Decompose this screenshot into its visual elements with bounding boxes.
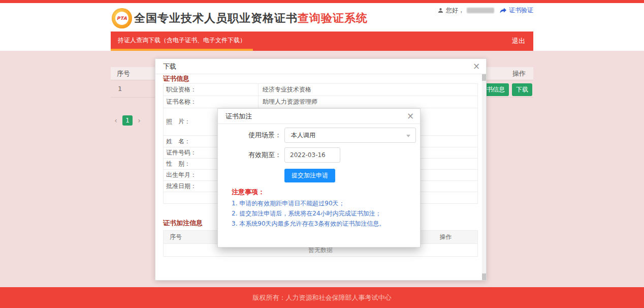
close-icon[interactable]: × xyxy=(405,110,416,121)
col-header-action: 操作 xyxy=(506,69,532,78)
logout-link[interactable]: 退出 xyxy=(512,32,525,51)
annotation-modal: 证书加注 × 使用场景： 本人调用 有效期至： 提交加注申请 注意事项： 1. … xyxy=(217,108,421,248)
scene-select[interactable]: 本人调用 xyxy=(284,128,416,143)
page-1-button[interactable]: 1 xyxy=(122,115,133,126)
pta-logo-text: PTA xyxy=(115,12,128,25)
tab-holder-query-download[interactable]: 持证人查询下载（含电子证书、电子文件下载） xyxy=(111,32,253,51)
scene-form-row: 使用场景： 本人调用 xyxy=(218,128,416,143)
share-arrow-icon xyxy=(500,8,506,14)
row-index-cell: 1 xyxy=(111,85,122,93)
scrollbar-thumb-top[interactable] xyxy=(482,74,486,81)
submit-annotation-button[interactable]: 提交加注申请 xyxy=(284,169,335,182)
notes-title: 注意事项： xyxy=(232,188,265,197)
field-label: 职业资格： xyxy=(164,84,259,96)
info-row: 证书名称： 助理人力资源管理师 xyxy=(164,96,477,108)
pta-logo: PTA xyxy=(112,8,132,28)
annotation-modal-title: 证书加注 xyxy=(226,112,252,121)
scene-select-value: 本人调用 xyxy=(291,131,315,140)
valid-until-label: 有效期至： xyxy=(218,150,281,160)
page-title-accent: 查询验证系统 xyxy=(298,12,368,24)
valid-until-input[interactable] xyxy=(284,147,340,163)
scrollbar[interactable] xyxy=(482,74,486,280)
close-icon[interactable]: × xyxy=(471,60,482,72)
field-label: 证书名称： xyxy=(164,96,259,108)
nav-bar: 持证人查询下载（含电子证书、电子文件下载） 退出 xyxy=(111,32,533,51)
valid-until-form-row: 有效期至： xyxy=(218,147,340,163)
note-item: 2. 提交加注申请后，系统将在24小时内完成证书加注； xyxy=(232,208,385,219)
copyright-text: 版权所有：人力资源和社会保障部人事考试中心 xyxy=(253,293,392,302)
page-title-main: 全国专业技术人员职业资格证书 xyxy=(134,12,298,24)
chevron-down-icon xyxy=(406,135,410,137)
download-modal-title: 下载 xyxy=(163,62,176,71)
notes-list: 1. 申请的有效期距申请日不能超过90天； 2. 提交加注申请后，系统将在24小… xyxy=(232,198,385,229)
field-value: 助理人力资源管理师 xyxy=(259,96,317,108)
col-header-index: 序号 xyxy=(111,69,130,78)
field-value: 经济专业技术资格 xyxy=(259,84,311,96)
page-title: 全国专业技术人员职业资格证书查询验证系统 xyxy=(134,11,368,26)
user-icon xyxy=(438,8,443,13)
annotation-info-section-title: 证书加注信息 xyxy=(163,219,203,228)
footer: 版权所有：人力资源和社会保障部人事考试中心 xyxy=(0,287,644,308)
main-content: 序号 操作 1 证书信息 下载 ‹ 1 › 下载 × 证书信息 职业资格： 经济… xyxy=(0,51,644,287)
annotation-modal-titlebar: 证书加注 × xyxy=(218,109,420,124)
note-item: 3. 本系统90天内最多允许存在3条有效的证书加注信息。 xyxy=(232,219,385,229)
header-inner: PTA 全国专业技术人员职业资格证书查询验证系统 您好， 证书验证 xyxy=(111,3,533,32)
prev-page-button[interactable]: ‹ xyxy=(113,116,119,125)
masked-username xyxy=(467,8,494,13)
cert-verify-link[interactable]: 证书验证 xyxy=(509,6,533,15)
download-button[interactable]: 下载 xyxy=(512,83,532,96)
scrollbar-thumb-bottom[interactable] xyxy=(482,273,486,280)
ann-col-header-index: 序号 xyxy=(164,233,182,241)
download-modal-titlebar: 下载 × xyxy=(155,59,486,74)
note-item: 1. 申请的有效期距申请日不能超过90天； xyxy=(232,198,385,208)
ann-col-header-action: 操作 xyxy=(414,233,477,241)
next-page-button[interactable]: › xyxy=(136,116,142,125)
header: PTA 全国专业技术人员职业资格证书查询验证系统 您好， 证书验证 xyxy=(0,3,644,32)
info-row: 职业资格： 经济专业技术资格 xyxy=(164,84,477,96)
greeting-text: 您好， xyxy=(446,6,464,15)
cert-info-section-title: 证书信息 xyxy=(163,74,189,83)
scene-label: 使用场景： xyxy=(218,131,281,140)
pagination: ‹ 1 › xyxy=(113,115,142,126)
user-area: 您好， 证书验证 xyxy=(438,6,533,15)
